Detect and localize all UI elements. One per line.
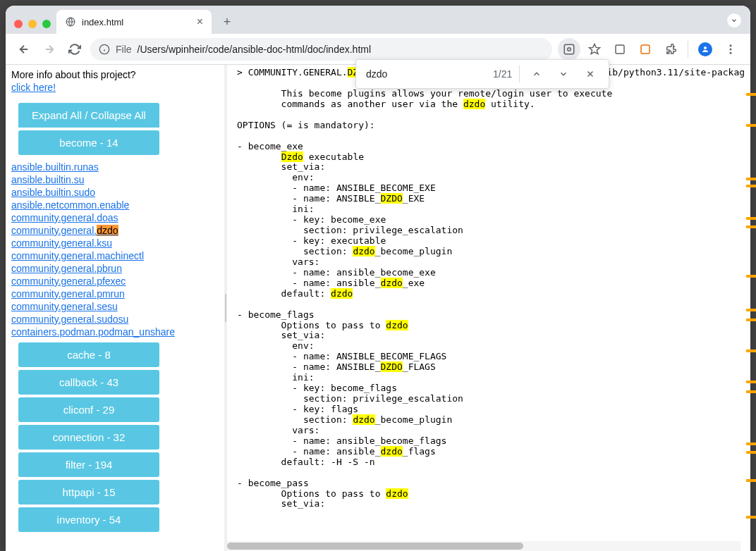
scrollbar-find-marks [746, 59, 756, 551]
svg-point-7 [730, 44, 732, 47]
bookmark-icon[interactable] [583, 38, 606, 61]
category-cliconf-button[interactable]: cliconf - 29 [18, 397, 159, 422]
svg-rect-2 [564, 44, 574, 54]
find-next-button[interactable] [554, 64, 573, 84]
svg-rect-5 [641, 45, 650, 54]
category-filter-button[interactable]: filter - 194 [18, 452, 159, 477]
find-separator [519, 66, 520, 82]
sidebar-item-dzdo[interactable]: community.general.dzdo [11, 224, 219, 237]
scrollbar-thumb[interactable] [227, 543, 523, 550]
category-become-button[interactable]: become - 14 [18, 130, 159, 155]
google-lens-icon[interactable] [558, 38, 580, 61]
extension-icon-2[interactable] [634, 38, 657, 61]
new-tab-button[interactable]: + [217, 12, 237, 32]
globe-icon [65, 16, 76, 27]
sidebar-item-sesu[interactable]: community.general.sesu [11, 300, 219, 313]
close-tab-icon[interactable]: × [197, 16, 203, 28]
category-connection-button[interactable]: connection - 32 [18, 425, 159, 450]
doc-desc-1: This become plugins allows your remote/l… [237, 88, 612, 99]
doc-desc-2b: utility. [485, 99, 535, 109]
close-window-button[interactable] [14, 20, 23, 28]
sidebar-item-pbrun[interactable]: community.general.pbrun [11, 262, 219, 275]
sidebar-item-su[interactable]: ansible.builtin.su [11, 173, 219, 186]
profile-button[interactable] [694, 38, 717, 61]
url-path: /Users/wpinheir/code/ansible-doc-html/do… [138, 44, 371, 55]
svg-point-3 [568, 47, 571, 51]
sidebar-item-doas[interactable]: community.general.doas [11, 211, 219, 224]
doc-desc-2a: commands as another user via the [237, 99, 463, 109]
sidebar-item-runas[interactable]: ansible.builtin.runas [11, 161, 219, 173]
profile-avatar-icon [698, 42, 712, 56]
extensions-icon[interactable] [659, 38, 682, 61]
doc-header-prefix: > COMMUNITY.GENERAL. [237, 67, 348, 78]
sidebar-item-sudo[interactable]: ansible.builtin.sudo [11, 186, 219, 199]
sidebar-item-enable[interactable]: ansible.netcommon.enable [11, 199, 219, 211]
tabs-dropdown-button[interactable] [726, 13, 742, 28]
content-area: More info about this project? click here… [6, 65, 750, 551]
options-header: OPTIONS (= is mandatory): [237, 120, 375, 130]
svg-point-9 [730, 51, 732, 54]
maximize-window-button[interactable] [42, 20, 51, 28]
find-close-button[interactable] [580, 64, 600, 84]
svg-point-8 [730, 48, 732, 50]
tab-bar: index.html × + [6, 6, 750, 34]
sidebar-item-machinectl[interactable]: community.general.machinectl [11, 249, 219, 262]
become-exe: - become_exe [237, 141, 303, 151]
horizontal-scrollbar[interactable] [227, 541, 740, 551]
become-flags: - become_flags [237, 309, 315, 320]
sidebar-item-ksu[interactable]: community.general.ksu [11, 237, 219, 249]
back-button[interactable] [14, 39, 34, 59]
find-prev-button[interactable] [527, 64, 547, 84]
category-httpapi-button[interactable]: httpapi - 15 [18, 480, 159, 504]
svg-rect-4 [616, 45, 624, 54]
become-pass: - become_pass [237, 478, 309, 488]
find-count: 1/21 [493, 68, 512, 80]
reload-button[interactable] [65, 39, 85, 59]
window-controls [14, 20, 56, 34]
main-content: > COMMUNITY.GENERAL.DZDO (/Users/wpinhei… [227, 65, 750, 551]
category-cache-button[interactable]: cache - 8 [18, 342, 159, 367]
toolbar-actions [558, 38, 742, 61]
category-inventory-button[interactable]: inventory - 54 [18, 507, 159, 532]
sidebar-item-podman[interactable]: containers.podman.podman_unshare [11, 326, 219, 338]
click-here-link[interactable]: click here! [11, 82, 219, 93]
doc-desc-hl: dzdo [463, 99, 485, 109]
sidebar-info-text: More info about this project? [11, 69, 219, 80]
info-icon [99, 44, 110, 55]
sidebar-item-pfexec[interactable]: community.general.pfexec [11, 275, 219, 287]
browser-tab[interactable]: index.html × [56, 10, 212, 34]
tab-title: index.html [82, 17, 123, 27]
find-input[interactable] [366, 68, 486, 80]
toolbar-separator [688, 41, 688, 58]
sidebar-item-sudosu[interactable]: community.general.sudosu [11, 313, 219, 326]
url-scheme: File [116, 44, 132, 55]
sidebar-item-pmrun[interactable]: community.general.pmrun [11, 287, 219, 300]
sidebar-plugin-list: ansible.builtin.runas ansible.builtin.su… [11, 161, 219, 338]
svg-point-6 [704, 47, 707, 49]
forward-button[interactable] [39, 39, 59, 59]
category-callback-button[interactable]: callback - 43 [18, 370, 159, 395]
extension-icon-1[interactable] [609, 38, 631, 61]
sidebar: More info about this project? click here… [6, 65, 224, 551]
menu-button[interactable] [719, 38, 742, 61]
address-bar[interactable]: File /Users/wpinheir/code/ansible-doc-ht… [90, 38, 552, 61]
expand-collapse-button[interactable]: Expand All / Collapse All [18, 103, 159, 128]
find-in-page-bar: 1/21 [355, 59, 609, 89]
minimize-window-button[interactable] [28, 20, 37, 28]
